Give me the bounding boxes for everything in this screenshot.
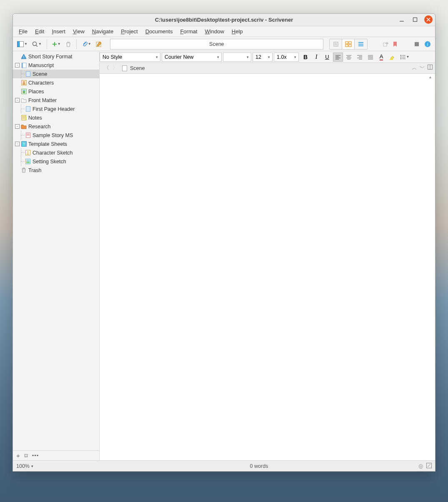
binder-add-button[interactable]: + [16,452,20,459]
text-editor[interactable]: ▴ [100,74,435,460]
paperclip-icon [82,41,88,47]
align-center-button[interactable] [344,52,354,62]
line-spacing-select[interactable]: 1.0x▾ [274,52,299,62]
text-color-button[interactable]: A [376,52,386,62]
metadata-button[interactable] [412,39,421,49]
close-button[interactable] [424,15,433,24]
binder-item-first-page-header[interactable]: First Page Header [13,105,99,113]
book-icon [21,62,27,68]
research-icon [21,124,27,130]
nav-forward-button[interactable]: 〉 [111,65,120,72]
svg-rect-15 [345,42,348,44]
bookmark-button[interactable] [391,39,399,49]
svg-point-31 [23,81,25,83]
svg-point-6 [33,42,36,45]
svg-point-33 [23,91,25,93]
menu-project[interactable]: Project [118,27,141,35]
binder-item-places[interactable]: Places [13,87,99,96]
menu-edit[interactable]: Edit [32,27,48,35]
binder-item-sample-story-ms[interactable]: Sample Story MS [13,131,99,140]
svg-rect-50 [23,168,25,169]
svg-rect-29 [26,72,30,77]
view-mode-outline[interactable] [355,39,367,49]
binder-item-manuscript[interactable]: -Manuscript [13,61,99,70]
header-down-button[interactable]: ﹀ [420,65,425,72]
page-icon [122,65,128,71]
svg-point-70 [400,56,401,57]
info-button[interactable]: i [423,39,433,49]
search-button[interactable]: ▼ [30,39,43,49]
svg-rect-17 [345,45,348,47]
add-button[interactable]: ▼ [50,39,63,49]
application-window: C:\users\joe8bit\Desktop\test-project.sc… [13,13,435,472]
align-left-button[interactable] [333,52,343,62]
underline-button[interactable]: U [322,52,332,62]
export-button[interactable] [381,39,390,49]
binder-item-scene[interactable]: Scene [13,70,99,78]
menu-window[interactable]: Window [202,27,228,35]
expand-toggle[interactable]: - [15,98,20,102]
svg-rect-16 [349,42,351,44]
highlighter-icon [389,54,395,60]
trash-button[interactable] [64,39,73,49]
menu-help[interactable]: Help [228,27,246,35]
expand-toggle[interactable]: - [15,124,20,129]
binder-item-character-sketch[interactable]: Character Sketch [13,148,99,157]
menu-navigate[interactable]: Navigate [89,27,117,35]
binder-tree[interactable]: !Short Story Format-ManuscriptSceneChara… [13,51,99,450]
doc-icon [25,132,31,138]
style-select[interactable]: No Style▾ [100,52,160,62]
binder-more-button[interactable]: ••• [32,452,39,459]
binder-item-label: Short Story Format [28,54,73,60]
align-right-button[interactable] [355,52,365,62]
view-mode-single[interactable] [330,39,342,49]
layout-button[interactable]: ▼ [15,39,29,49]
attach-button[interactable]: ▼ [80,39,93,49]
svg-line-7 [36,45,38,47]
highlight-button[interactable] [387,52,397,62]
binder-item-short-story-format[interactable]: !Short Story Format [13,52,99,61]
expand-toggle[interactable]: - [15,63,20,67]
target-button[interactable]: ◎ [418,463,423,469]
view-mode-corkboard[interactable] [342,39,355,49]
binder-expand-button[interactable]: ⊡ [24,453,28,458]
font-select[interactable]: Courier New▾ [162,52,222,62]
menu-view[interactable]: View [70,27,88,35]
binder-item-characters[interactable]: Characters [13,78,99,87]
folder-icon [21,97,27,103]
document-title-field[interactable]: Scene [110,39,323,50]
menu-format[interactable]: Format [177,27,200,35]
nav-back-button[interactable]: 〈 [102,65,111,72]
bold-button[interactable]: B [300,52,310,62]
menu-insert[interactable]: Insert [48,27,69,35]
scroll-up-icon[interactable]: ▴ [429,75,434,80]
toolbar-center-label: Scene [209,41,224,47]
binder-item-label: Trash [28,167,42,173]
menu-file[interactable]: File [15,27,31,35]
zoom-control[interactable]: 100%▾ [13,463,100,469]
compose-mode-button[interactable] [426,463,432,469]
font-size-select[interactable]: 12▾ [253,52,273,62]
binder-item-research[interactable]: -Research [13,122,99,131]
binder-item-template-sheets[interactable]: -TTemplate Sheets [13,140,99,148]
search-icon [32,41,38,47]
note-icon [21,115,27,121]
menu-documents[interactable]: Documents [142,27,176,35]
layout-icon [17,41,24,47]
expand-toggle[interactable]: - [15,142,20,146]
binder-item-setting-sketch[interactable]: Setting Sketch [13,157,99,166]
minimize-button[interactable] [398,15,406,24]
binder-item-trash[interactable]: Trash [13,166,99,175]
list-button[interactable]: ▼ [398,52,411,62]
italic-button[interactable]: I [311,52,321,62]
align-justify-button[interactable] [365,52,375,62]
binder-item-notes[interactable]: Notes [13,113,99,122]
header-split-button[interactable] [428,65,433,72]
binder-item-front-matter[interactable]: -Front Matter [13,96,99,105]
font-variant-select[interactable]: ▾ [223,52,251,62]
binder-item-label: Character Sketch [33,150,73,156]
maximize-button[interactable] [411,15,419,24]
header-up-button[interactable]: ︿ [412,65,417,72]
compose-button[interactable] [94,39,104,49]
svg-rect-23 [415,42,419,46]
